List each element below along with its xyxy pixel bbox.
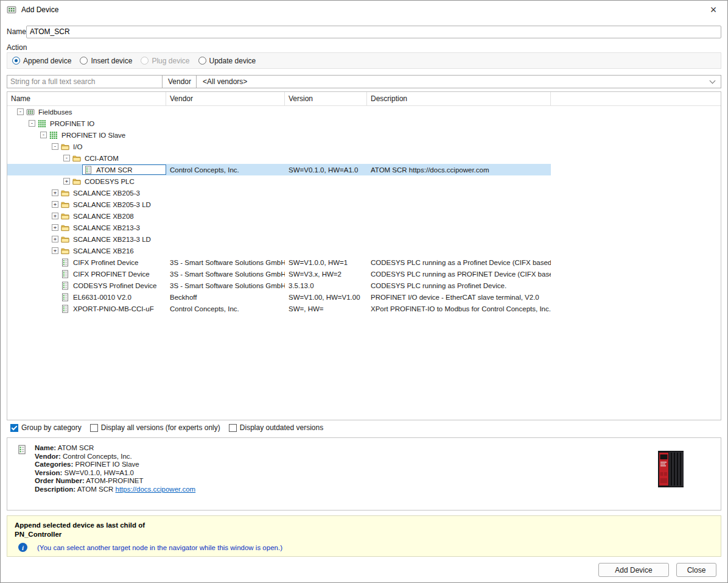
checkbox-display-outdated-versions[interactable]: Display outdated versions [229,423,323,432]
action-group-label: Action [7,43,721,52]
radio-circle-icon[interactable] [12,57,20,65]
radio-update-device[interactable]: Update device [198,57,256,65]
device-name-box: I/O [59,141,166,152]
cell-name[interactable]: +SCALANCE XB216 [7,245,166,256]
device-name: CODESYS Profinet Device [71,282,158,289]
cell-description [367,187,551,199]
row-filler [551,210,721,222]
expander-spacer [52,259,58,266]
filter-row: Vendor <All vendors> [7,75,721,88]
expand-icon[interactable]: + [52,224,58,231]
expand-icon[interactable]: + [52,213,58,219]
folder-icon [61,247,69,255]
device-name: XPORT-PNIO-MB-CCI-uF [71,305,156,313]
cell-name[interactable]: +SCALANCE XB213-3 [7,222,166,233]
checkbox-display-all-versions-for-experts-only[interactable]: Display all versions (for experts only) [90,423,220,432]
cell-name[interactable]: -Fieldbuses [7,106,166,118]
tree-indent [17,274,52,274]
tree-row-atom-scr[interactable]: ATOM SCRControl Concepts, Inc.SW=V0.1.0,… [7,164,721,175]
cell-name[interactable]: +SCALANCE XB205-3 LD [7,199,166,210]
cell-name[interactable]: -PROFINET IO [7,118,166,129]
tree-row-scalance-xb213-3-ld[interactable]: +SCALANCE XB213-3 LD [7,233,721,245]
cell-name[interactable]: +SCALANCE XB208 [7,210,166,222]
tree-row-cci-atom[interactable]: -CCI-ATOM [7,152,721,164]
column-header-vendor[interactable]: Vendor [166,92,285,105]
cell-name[interactable]: +SCALANCE XB213-3 LD [7,233,166,245]
tree-row-scalance-xb208[interactable]: +SCALANCE XB208 [7,210,721,222]
checkbox-box-icon[interactable] [10,424,18,432]
cell-name[interactable]: CIFX Profinet Device [7,256,166,268]
cell-name[interactable]: -PROFINET IO Slave [7,129,166,141]
device-name: SCALANCE XB205-3 LD [71,201,153,208]
detail-label: Description: [35,486,75,493]
radio-circle-icon[interactable] [198,57,206,65]
info-icon: i [18,543,27,552]
name-label: Name [7,27,26,36]
radio-append-device[interactable]: Append device [12,57,71,65]
checkbox-box-icon[interactable] [90,424,98,432]
add-device-button[interactable]: Add Device [598,563,669,577]
close-button[interactable]: Close [676,563,716,577]
expand-icon[interactable]: + [52,236,58,242]
tree-row-codesys-profinet-device[interactable]: CODESYS Profinet Device3S - Smart Softwa… [7,280,721,291]
tree-row-codesys-plc[interactable]: +CODESYS PLC [7,175,721,187]
cell-version: SW=V3.x, HW=2 [285,268,367,280]
description-link[interactable]: https://docs.ccipower.com [116,486,196,493]
tree-row-profinet-io[interactable]: -PROFINET IO [7,118,721,129]
collapse-icon[interactable]: - [52,143,58,150]
expand-icon[interactable]: + [52,189,58,196]
cell-name[interactable]: +SCALANCE XB205-3 [7,187,166,199]
cell-name[interactable]: CODESYS Profinet Device [7,280,166,291]
tree-row-profinet-io-slave[interactable]: -PROFINET IO Slave [7,129,721,141]
collapse-icon[interactable]: - [17,108,24,115]
radio-circle-icon[interactable] [80,57,88,65]
tree-row-el6631-0010-v2-0[interactable]: EL6631-0010 V2.0BeckhoffSW=V1.00, HW=V1.… [7,291,721,303]
tree-row-scalance-xb205-3-ld[interactable]: +SCALANCE XB205-3 LD [7,199,721,210]
device-name: SCALANCE XB208 [71,213,136,220]
collapse-icon[interactable]: - [29,120,35,127]
chevron-down-icon [710,78,716,84]
cell-name[interactable]: EL6631-0010 V2.0 [7,291,166,303]
tree-row-i-o[interactable]: -I/O [7,141,721,152]
tree-row-scalance-xb205-3[interactable]: +SCALANCE XB205-3 [7,187,721,199]
tree-row-cifx-profinet-device[interactable]: CIFX Profinet Device3S - Smart Software … [7,256,721,268]
row-filler [551,291,721,303]
column-header-description[interactable]: Description [367,92,551,105]
vendor-dropdown[interactable]: <All vendors> [197,75,721,88]
checkbox-group-by-category[interactable]: Group by category [10,423,82,432]
tree-indent [17,227,52,228]
close-icon[interactable]: × [705,2,721,18]
profinet-icon [49,131,58,140]
tree-row-scalance-xb216[interactable]: +SCALANCE XB216 [7,245,721,256]
collapse-icon[interactable]: - [63,155,70,161]
tree-row-xport-pnio-mb-cci-uf[interactable]: XPORT-PNIO-MB-CCI-uFControl Concepts, In… [7,303,721,314]
radio-insert-device[interactable]: Insert device [80,57,132,65]
tree-row-fieldbuses[interactable]: -Fieldbuses [7,106,721,118]
row-filler [551,222,721,233]
search-input[interactable] [7,75,163,88]
cell-name[interactable]: -CCI-ATOM [7,152,166,164]
row-filler [551,187,721,199]
cell-version: SW=V0.1.0, HW=A1.0 [285,164,367,175]
cell-name[interactable]: CIFX PROFINET Device [7,268,166,280]
cell-version: SW=, HW= [285,303,367,314]
device-icon [84,166,93,174]
column-header-name[interactable]: Name [7,92,166,105]
cell-description [367,222,551,233]
cell-description [367,118,551,129]
cell-name[interactable]: -I/O [7,141,166,152]
column-header-version[interactable]: Version [285,92,367,105]
device-name-input[interactable] [26,26,721,38]
cell-name[interactable]: +CODESYS PLC [7,175,166,187]
tree-row-cifx-profinet-device[interactable]: CIFX PROFINET Device3S - Smart Software … [7,268,721,280]
tree-row-scalance-xb213-3[interactable]: +SCALANCE XB213-3 [7,222,721,233]
cell-name[interactable]: ATOM SCR [7,164,166,175]
cell-description [367,175,551,187]
expand-icon[interactable]: + [63,178,70,185]
checkbox-box-icon[interactable] [229,424,237,432]
collapse-icon[interactable]: - [40,132,47,138]
cell-name[interactable]: XPORT-PNIO-MB-CCI-uF [7,303,166,314]
expand-icon[interactable]: + [52,201,58,208]
tree-indent [17,123,29,124]
expand-icon[interactable]: + [52,247,58,254]
